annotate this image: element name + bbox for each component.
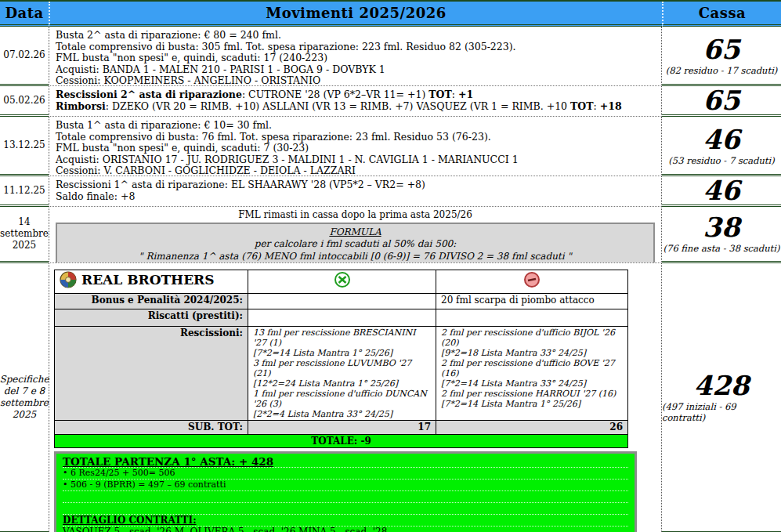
movimenti-cell[interactable]: Busta 1^ asta di riparazione: € 10= 30 f… (49, 117, 662, 176)
movimenti-cell[interactable]: FML rimasti in cassa dopo la prima asta … (49, 206, 662, 263)
date-cell[interactable]: 05.02.26 (0, 86, 49, 117)
cassa-cell[interactable]: 65 (662, 86, 781, 117)
date-cell[interactable]: 13.12.25 (0, 117, 49, 176)
minus-circle-icon (441, 271, 623, 288)
movimenti-cell[interactable]: REAL BROTHERS (49, 263, 662, 532)
riscatti-minus-cell[interactable] (436, 309, 628, 327)
subtot-minus-value[interactable]: 26 (436, 421, 628, 435)
header-row: Data Movimenti 2025/2026 Cassa (0, 2, 781, 27)
subtot-label[interactable]: SUB. TOT: (55, 421, 248, 435)
bonus-label[interactable]: Bonus e Penalità 2024/2025: (55, 294, 248, 309)
bonus-plus-cell[interactable] (248, 294, 436, 309)
header-movimenti-label: Movimenti 2025/2026 (266, 5, 447, 21)
formula-box: FORMULAper calcolare i fml scaduti al 50… (56, 223, 655, 264)
cassa-note: (497 iniziali - 69 contratti) (662, 401, 781, 423)
table-row: 05.02.26 Rescissioni 2^ asta di riparazi… (0, 86, 781, 117)
team-balance-table: REAL BROTHERS (54, 270, 628, 448)
rescissioni-plus-cell[interactable]: 13 fml per rescissione BRESCIANINI '27 (… (248, 327, 436, 421)
cassa-cell[interactable]: 46 (662, 176, 781, 207)
riscatti-label[interactable]: Riscatti (prestiti): (55, 309, 248, 327)
formula-caption: FML rimasti in cassa dopo la prima asta … (56, 209, 655, 221)
minus-column-header[interactable] (436, 270, 628, 294)
team-header-cell[interactable]: REAL BROTHERS (55, 270, 248, 294)
totale-row[interactable]: TOTALE: -9 (55, 434, 628, 448)
cassa-cell[interactable]: 38 (76 fine asta - 38 scaduti) (662, 206, 781, 263)
cassa-value: 38 (703, 213, 739, 241)
movimenti-cell[interactable]: Busta 2^ asta di riparazione: € 80 = 240… (49, 27, 662, 86)
cassa-value: 428 (694, 371, 750, 400)
header-cell-data[interactable]: Data (0, 2, 49, 27)
plus-circle-icon (253, 271, 431, 288)
table-row: 11.12.25 Rescissioni 1^ asta di riparazi… (0, 176, 781, 206)
table-row: 07.02.26 Busta 2^ asta di riparazione: €… (0, 27, 781, 86)
movimenti-cell[interactable]: Rescissioni 2^ asta di riparazione: CUTR… (49, 86, 662, 117)
spreadsheet: Data Movimenti 2025/2026 Cassa 07.02.26 … (0, 0, 781, 532)
team-name: REAL BROTHERS (81, 274, 215, 286)
table-row: Specifichedel 7 e 8settembre2025 (0, 263, 781, 532)
date-cell[interactable]: 07.02.26 (0, 27, 49, 86)
plus-column-header[interactable] (248, 270, 436, 294)
movimenti-cell[interactable]: Rescissioni 1^ asta di riparazione: EL S… (49, 176, 662, 207)
cassa-cell[interactable]: 428 (497 iniziali - 69 contratti) (662, 263, 781, 532)
header-cassa-label: Cassa (699, 5, 746, 21)
team-crest-icon (60, 271, 77, 288)
cassa-cell[interactable]: 46 (53 residuo - 7 scaduti) (662, 117, 781, 176)
cassa-note: (76 fine asta - 38 scaduti) (663, 243, 780, 254)
table-row: 13.12.25 Busta 1^ asta di riparazione: €… (0, 117, 781, 176)
table-row: 14settembre2025 FML rimasti in cassa dop… (0, 206, 781, 263)
date-cell[interactable]: 14settembre2025 (0, 206, 49, 263)
subtot-plus-value[interactable]: 17 (248, 421, 436, 435)
cassa-cell[interactable]: 65 (82 residuo - 17 scaduti) (662, 27, 781, 86)
cassa-value: 46 (703, 176, 739, 204)
header-data-label: Data (5, 5, 43, 21)
cassa-note: (53 residuo - 7 scaduti) (668, 155, 774, 166)
date-cell[interactable]: 11.12.25 (0, 176, 49, 207)
cassa-value: 65 (703, 86, 739, 114)
bonus-minus-cell[interactable]: 20 fml scarpa di piombo attacco (436, 294, 628, 309)
header-cell-cassa[interactable]: Cassa (662, 2, 781, 27)
cassa-value: 46 (703, 125, 739, 154)
date-cell[interactable]: Specifichedel 7 e 8settembre2025 (0, 263, 49, 532)
cassa-value: 65 (703, 35, 739, 63)
header-cell-movimenti[interactable]: Movimenti 2025/2026 (49, 2, 662, 27)
totale-partenza-box[interactable]: TOTALE PARTENZA 1° ASTA: + 428• 6 Res24/… (54, 451, 637, 532)
riscatti-plus-cell[interactable] (248, 309, 436, 327)
rescissioni-label[interactable]: Rescissioni: (55, 327, 248, 421)
cassa-note: (82 residuo - 17 scaduti) (666, 65, 778, 76)
rescissioni-minus-cell[interactable]: 2 fml per rescissione d'ufficio BIJOL '2… (436, 327, 628, 421)
